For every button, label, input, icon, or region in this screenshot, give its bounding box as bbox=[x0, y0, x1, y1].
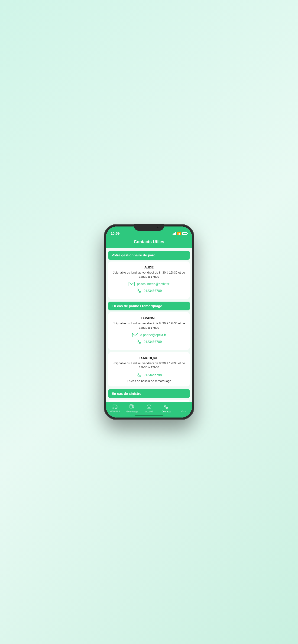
contact-aide-email-row[interactable]: pascal.merle@optixt.fr bbox=[111, 282, 187, 286]
contacts-phone-icon bbox=[163, 404, 169, 410]
content-area: Votre gestionnaire de parc A.IDE Joignab… bbox=[106, 248, 192, 402]
contact-dpanne-hours: Joignable du lundi au vendredi de 8h30 à… bbox=[111, 321, 187, 330]
app-header: Contacts Utiles bbox=[106, 237, 192, 248]
contact-aide-phone-row[interactable]: 0123456789 bbox=[111, 288, 187, 293]
svg-rect-6 bbox=[130, 404, 133, 408]
contact-rmorque-phone[interactable]: 0123456798 bbox=[144, 373, 162, 377]
section-sinistre-label: En cas de sinistre bbox=[112, 392, 141, 396]
nav-vehicules-label: Véhicules bbox=[110, 410, 120, 412]
fuel-icon bbox=[129, 404, 135, 410]
section-gestionnaire: Votre gestionnaire de parc bbox=[108, 251, 190, 260]
nav-kilometrage[interactable]: Kilométrage bbox=[123, 404, 140, 413]
section-sinistre: En cas de sinistre bbox=[108, 389, 190, 398]
email-icon bbox=[132, 333, 138, 337]
contact-dpanne-phone-row[interactable]: 0123456789 bbox=[111, 339, 187, 344]
signal-icon bbox=[172, 232, 176, 235]
section-gestionnaire-label: Votre gestionnaire de parc bbox=[112, 253, 155, 257]
contact-rmorque: R.MORQUE Joignable du lundi au vendredi … bbox=[108, 352, 190, 386]
more-dots-icon: ··· bbox=[181, 404, 186, 409]
car-icon bbox=[112, 404, 118, 409]
contact-aide-email[interactable]: pascal.merle@optixt.fr bbox=[137, 282, 169, 286]
nav-kilometrage-label: Kilométrage bbox=[126, 410, 138, 413]
home-icon bbox=[146, 404, 152, 410]
phone-screen: 10:59 📶 Contacts Utiles V bbox=[106, 226, 192, 418]
notch bbox=[134, 224, 164, 231]
phone-frame: 10:59 📶 Contacts Utiles V bbox=[104, 224, 194, 420]
contact-aide: A.IDE Joignable du lundi au vendredi de … bbox=[108, 262, 190, 299]
battery-icon bbox=[182, 232, 187, 235]
phone-icon bbox=[136, 288, 141, 293]
nav-contacts[interactable]: Contacts bbox=[158, 404, 175, 413]
contact-aide-phone[interactable]: 0123456789 bbox=[144, 289, 162, 292]
contact-rmorque-note: En cas de besoin de remorquage bbox=[111, 379, 187, 383]
section-panne-label: En cas de panne / remorquage bbox=[112, 304, 162, 308]
phone-icon bbox=[136, 372, 141, 378]
svg-point-5 bbox=[116, 408, 117, 409]
contact-dpanne-email-row[interactable]: d.panne@optixt.fr bbox=[111, 333, 187, 337]
home-indicator bbox=[135, 415, 163, 416]
contact-rmorque-name: R.MORQUE bbox=[111, 356, 187, 360]
status-icons: 📶 bbox=[172, 232, 187, 235]
nav-contacts-label: Contacts bbox=[162, 410, 171, 413]
contact-dpanne-email[interactable]: d.panne@optixt.fr bbox=[140, 333, 166, 337]
svg-point-4 bbox=[113, 408, 114, 409]
contact-aide-name: A.IDE bbox=[111, 265, 187, 269]
contact-rpare: R.PARE Joignable du lundi au vendredi de… bbox=[108, 400, 190, 402]
wifi-icon: 📶 bbox=[177, 232, 181, 235]
contact-dpanne-name: D.PANNE bbox=[111, 316, 187, 320]
svg-rect-0 bbox=[129, 282, 134, 286]
page-title: Contacts Utiles bbox=[134, 240, 164, 244]
phone-icon bbox=[136, 339, 141, 344]
contact-rmorque-phone-row[interactable]: 0123456798 bbox=[111, 372, 187, 378]
nav-more[interactable]: ··· More bbox=[175, 404, 192, 413]
nav-accueil-label: Accueil bbox=[145, 410, 153, 413]
nav-accueil[interactable]: Accueil bbox=[140, 404, 158, 413]
contact-dpanne-phone[interactable]: 0123456789 bbox=[144, 340, 162, 344]
nav-vehicules[interactable]: Véhicules bbox=[106, 404, 123, 412]
contact-aide-hours: Joignable du lundi au vendredi de 8h30 à… bbox=[111, 270, 187, 279]
svg-rect-1 bbox=[132, 333, 138, 337]
status-time: 10:59 bbox=[111, 231, 120, 235]
contact-rmorque-hours: Joignable du lundi au vendredi de 8h30 à… bbox=[111, 361, 187, 370]
contact-dpanne: D.PANNE Joignable du lundi au vendredi d… bbox=[108, 312, 190, 350]
camera bbox=[157, 226, 159, 228]
email-icon bbox=[129, 282, 135, 286]
nav-more-label: More bbox=[181, 410, 186, 413]
section-panne: En cas de panne / remorquage bbox=[108, 302, 190, 310]
